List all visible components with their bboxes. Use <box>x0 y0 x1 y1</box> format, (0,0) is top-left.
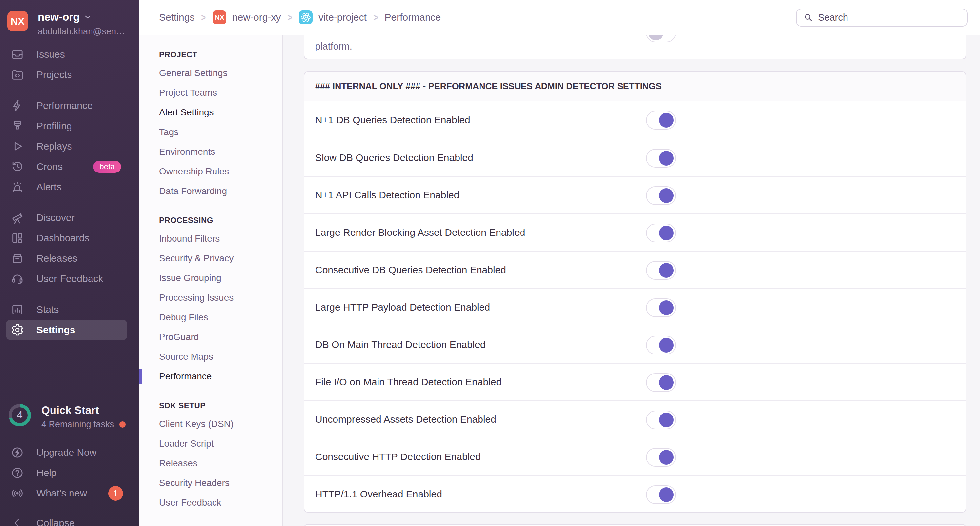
settings-nav-item-label: Security Headers <box>159 478 229 488</box>
settings-nav-item-label: Security & Privacy <box>159 253 234 263</box>
sidebar-item[interactable]: Performance <box>0 95 139 116</box>
search-box[interactable] <box>796 8 967 27</box>
sidebar-footer-item-label: What's new <box>37 488 87 499</box>
settings-nav-item[interactable]: General Settings <box>139 63 283 83</box>
detector-row-label: DB On Main Thread Detection Enabled <box>315 326 486 363</box>
detector-toggle[interactable] <box>646 111 676 130</box>
detector-row: Consecutive DB Queries Detection Enabled <box>304 251 966 288</box>
primary-sidebar: NX new-org abdullah.khan@sen… Issues Pro… <box>0 0 139 526</box>
settings-nav-item-label: Data Forwarding <box>159 186 227 196</box>
settings-nav-item-label: Processing Issues <box>159 292 234 303</box>
settings-nav-item[interactable]: Issue Grouping <box>139 268 283 288</box>
sidebar-item[interactable]: User Feedback <box>0 269 139 289</box>
settings-nav-item[interactable]: Processing Issues <box>139 288 283 308</box>
partial-toggle[interactable] <box>646 35 676 42</box>
settings-nav-item[interactable]: Security Headers <box>139 473 283 493</box>
settings-nav-item[interactable]: Project Teams <box>139 83 283 103</box>
settings-nav-item-label: User Feedback <box>159 497 221 508</box>
toggle-knob <box>659 151 674 165</box>
detector-toggle[interactable] <box>646 149 676 168</box>
settings-nav-item[interactable]: Inbound Filters <box>139 229 283 249</box>
detector-toggle[interactable] <box>646 299 676 317</box>
sidebar-footer-item[interactable]: Upgrade Now <box>0 442 139 463</box>
sidebar-item[interactable]: Crons beta <box>0 156 139 177</box>
settings-nav-item[interactable]: User Feedback <box>139 493 283 513</box>
detector-row-label: Consecutive HTTP Detection Enabled <box>315 439 481 475</box>
detector-toggle[interactable] <box>646 261 676 280</box>
toggle-knob <box>659 188 674 203</box>
breadcrumb-badge: NX <box>213 11 226 24</box>
dashboards-icon <box>11 232 24 245</box>
detector-toggle[interactable] <box>646 224 676 242</box>
toggle-knob <box>659 226 674 240</box>
settings-icon <box>11 323 24 337</box>
breadcrumb-item[interactable]: NX new-org-xy > <box>213 11 293 24</box>
settings-nav-heading: SDK SETUP <box>139 401 283 410</box>
collapse-button[interactable]: Collapse <box>0 513 139 526</box>
settings-nav-item[interactable]: Performance <box>139 367 283 386</box>
quick-start-subtitle: 4 Remaining tasks <box>41 420 114 430</box>
settings-nav-item[interactable]: Releases <box>139 453 283 473</box>
sidebar-footer-item[interactable]: Help <box>0 463 139 483</box>
detector-toggle[interactable] <box>646 336 676 354</box>
settings-nav-heading: PROCESSING <box>139 215 283 225</box>
breadcrumb-item[interactable]: Settings > <box>159 11 207 24</box>
settings-nav-item[interactable]: Security & Privacy <box>139 249 283 268</box>
sidebar-item[interactable]: Issues <box>0 44 139 65</box>
quick-start-progress-ring: 4 <box>7 403 32 427</box>
settings-nav-item[interactable]: Tags <box>139 122 283 142</box>
sidebar-item[interactable]: Replays <box>0 136 139 156</box>
settings-nav-section: SDK SETUP Client Keys (DSN) Loader Scrip… <box>139 401 283 513</box>
search-input[interactable] <box>818 12 956 23</box>
quick-start[interactable]: 4 Quick Start 4 Remaining tasks <box>7 403 135 430</box>
detector-toggle[interactable] <box>646 485 676 504</box>
detector-toggle[interactable] <box>646 448 676 467</box>
detector-card-heading: ### INTERNAL ONLY ### - PERFORMANCE ISSU… <box>315 81 662 92</box>
sidebar-item[interactable]: Profiling <box>0 116 139 136</box>
settings-nav-item[interactable]: Environments <box>139 142 283 162</box>
breadcrumb: Settings > NX new-org-xy > vite-project … <box>159 0 441 35</box>
sidebar-item[interactable]: Discover <box>0 208 139 228</box>
settings-nav-item[interactable]: Client Keys (DSN) <box>139 414 283 434</box>
breadcrumb-item[interactable]: Performance <box>385 12 441 23</box>
detector-toggle[interactable] <box>646 373 676 392</box>
sidebar-item-label: Releases <box>37 253 77 264</box>
sidebar-item[interactable]: Projects <box>0 65 139 85</box>
detector-settings-card: ### INTERNAL ONLY ### - PERFORMANCE ISSU… <box>304 72 966 513</box>
detector-row-label: Uncompressed Assets Detection Enabled <box>315 401 496 438</box>
breadcrumb-label: Settings <box>159 12 194 23</box>
sidebar-nav: Issues Projects Performance Profiling <box>0 44 139 340</box>
settings-nav-item[interactable]: Alert Settings <box>139 103 283 122</box>
settings-nav-item[interactable]: Debug Files <box>139 308 283 327</box>
breadcrumb-item[interactable]: vite-project > <box>299 11 379 24</box>
sidebar-item[interactable]: Stats <box>0 299 139 320</box>
sidebar-item[interactable]: Settings <box>6 320 127 340</box>
detector-row-label: Large Render Blocking Asset Detection En… <box>315 214 525 251</box>
org-switcher[interactable]: NX new-org abdullah.khan@sen… <box>7 11 135 37</box>
settings-nav-item[interactable]: Loader Script <box>139 434 283 453</box>
sidebar-item-label: Profiling <box>37 120 72 132</box>
detector-row-label: Consecutive DB Queries Detection Enabled <box>315 251 506 288</box>
toggle-knob <box>659 300 674 315</box>
sidebar-item[interactable]: Dashboards <box>0 228 139 248</box>
sidebar-item[interactable]: Releases <box>0 248 139 269</box>
breadcrumb-separator: > <box>201 11 206 24</box>
active-indicator-bar <box>139 369 142 384</box>
sidebar-item[interactable]: Alerts <box>0 177 139 197</box>
detector-toggle[interactable] <box>646 186 676 205</box>
breadcrumb-separator: > <box>288 11 292 24</box>
settings-nav-item[interactable]: ProGuard <box>139 327 283 347</box>
sidebar-footer-item[interactable]: What's new 1 <box>0 483 139 504</box>
detector-row-label: Large HTTP Payload Detection Enabled <box>315 289 490 326</box>
settings-nav-item[interactable]: Data Forwarding <box>139 181 283 201</box>
whatsnew-icon <box>11 487 24 500</box>
settings-nav-item[interactable]: Source Maps <box>139 347 283 367</box>
toggle-knob <box>659 263 674 278</box>
settings-nav-item[interactable]: Ownership Rules <box>139 162 283 181</box>
toggle-knob <box>659 450 674 465</box>
settings-nav-item-label: Source Maps <box>159 351 213 362</box>
detector-row: N+1 DB Queries Detection Enabled <box>304 101 966 139</box>
sidebar-item-label: Issues <box>37 49 65 60</box>
detector-toggle[interactable] <box>646 410 676 429</box>
detector-row: Large HTTP Payload Detection Enabled <box>304 288 966 326</box>
